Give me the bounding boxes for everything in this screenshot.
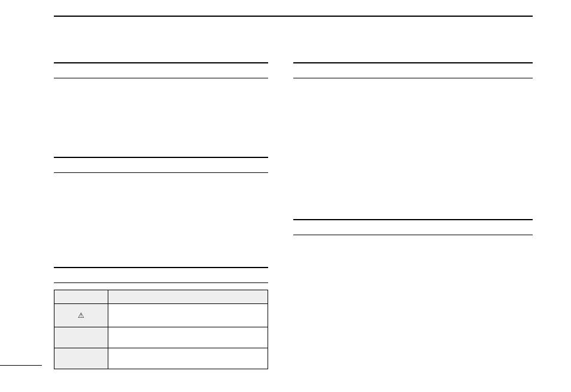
rule-left-d bbox=[54, 172, 268, 173]
rule-left-a bbox=[54, 62, 268, 63]
rule-right-a bbox=[293, 62, 533, 63]
rule-left-c bbox=[54, 157, 268, 158]
rule-left-b bbox=[54, 78, 268, 78]
rule-top bbox=[54, 16, 533, 17]
footer-rule bbox=[0, 365, 42, 366]
rule-right-b bbox=[293, 78, 533, 78]
warning-icon: ⚠ bbox=[78, 312, 84, 319]
rule-right-d bbox=[293, 235, 533, 235]
rule-left-f bbox=[54, 282, 268, 283]
rule-right-c bbox=[293, 219, 533, 220]
symbol-table: ⚠ bbox=[54, 290, 268, 369]
rule-left-e bbox=[54, 267, 268, 268]
